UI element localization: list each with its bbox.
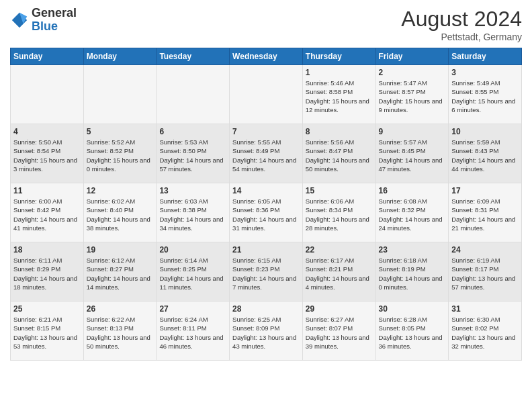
week-row-2: 4Sunrise: 5:50 AM Sunset: 8:54 PM Daylig…	[11, 124, 522, 183]
week-row-4: 18Sunrise: 6:11 AM Sunset: 8:29 PM Dayli…	[11, 242, 522, 302]
day-info: Sunrise: 5:50 AM Sunset: 8:54 PM Dayligh…	[13, 138, 81, 173]
day-info: Sunrise: 6:21 AM Sunset: 8:15 PM Dayligh…	[13, 315, 81, 351]
logo-general: General	[32, 6, 77, 19]
day-number: 2	[379, 68, 446, 77]
day-number: 11	[13, 186, 81, 195]
day-cell: 13Sunrise: 6:03 AM Sunset: 8:38 PM Dayli…	[157, 183, 230, 242]
day-cell: 25Sunrise: 6:21 AM Sunset: 8:15 PM Dayli…	[11, 302, 84, 361]
day-number: 23	[379, 245, 446, 255]
day-number: 5	[87, 127, 154, 136]
day-info: Sunrise: 6:11 AM Sunset: 8:29 PM Dayligh…	[13, 256, 81, 291]
day-number: 25	[13, 304, 81, 314]
day-info: Sunrise: 6:09 AM Sunset: 8:31 PM Dayligh…	[451, 197, 519, 232]
week-row-5: 25Sunrise: 6:21 AM Sunset: 8:15 PM Dayli…	[11, 302, 522, 361]
day-cell	[11, 65, 84, 124]
day-number: 17	[451, 186, 519, 195]
day-number: 13	[159, 186, 226, 195]
day-cell: 9Sunrise: 5:57 AM Sunset: 8:45 PM Daylig…	[375, 124, 449, 183]
day-info: Sunrise: 6:03 AM Sunset: 8:38 PM Dayligh…	[159, 197, 226, 232]
day-number: 15	[306, 186, 373, 195]
day-cell: 11Sunrise: 6:00 AM Sunset: 8:42 PM Dayli…	[11, 183, 84, 242]
day-info: Sunrise: 6:05 AM Sunset: 8:36 PM Dayligh…	[232, 197, 300, 232]
day-cell: 21Sunrise: 6:15 AM Sunset: 8:23 PM Dayli…	[230, 242, 303, 302]
day-cell	[230, 65, 303, 124]
day-number: 28	[232, 304, 300, 314]
header-row: SundayMondayTuesdayWednesdayThursdayFrid…	[11, 48, 522, 65]
day-cell: 5Sunrise: 5:52 AM Sunset: 8:52 PM Daylig…	[83, 124, 157, 183]
day-info: Sunrise: 5:53 AM Sunset: 8:50 PM Dayligh…	[159, 138, 226, 173]
day-number: 19	[87, 245, 154, 255]
day-cell: 27Sunrise: 6:24 AM Sunset: 8:11 PM Dayli…	[157, 302, 230, 361]
day-info: Sunrise: 6:18 AM Sunset: 8:19 PM Dayligh…	[379, 256, 446, 291]
header-cell-tuesday: Tuesday	[157, 48, 230, 65]
day-info: Sunrise: 6:28 AM Sunset: 8:05 PM Dayligh…	[379, 315, 446, 351]
page-header: General Blue August 2024 Pettstadt, Germ…	[10, 7, 522, 42]
day-number: 1	[306, 68, 373, 77]
day-info: Sunrise: 6:25 AM Sunset: 8:09 PM Dayligh…	[232, 315, 300, 351]
day-cell	[157, 65, 230, 124]
day-number: 8	[306, 127, 373, 136]
day-cell: 18Sunrise: 6:11 AM Sunset: 8:29 PM Dayli…	[11, 242, 84, 302]
day-info: Sunrise: 6:22 AM Sunset: 8:13 PM Dayligh…	[87, 315, 154, 351]
day-cell: 15Sunrise: 6:06 AM Sunset: 8:34 PM Dayli…	[302, 183, 375, 242]
day-info: Sunrise: 6:27 AM Sunset: 8:07 PM Dayligh…	[306, 315, 373, 351]
day-cell: 19Sunrise: 6:12 AM Sunset: 8:27 PM Dayli…	[83, 242, 157, 302]
day-cell: 10Sunrise: 5:59 AM Sunset: 8:43 PM Dayli…	[449, 124, 522, 183]
day-number: 4	[13, 127, 81, 136]
day-number: 22	[306, 245, 373, 255]
header-cell-thursday: Thursday	[302, 48, 375, 65]
day-number: 29	[306, 304, 373, 314]
day-number: 20	[159, 245, 226, 255]
day-info: Sunrise: 6:15 AM Sunset: 8:23 PM Dayligh…	[232, 256, 300, 291]
day-info: Sunrise: 5:55 AM Sunset: 8:49 PM Dayligh…	[232, 138, 300, 173]
logo-icon	[10, 11, 29, 30]
day-cell: 17Sunrise: 6:09 AM Sunset: 8:31 PM Dayli…	[449, 183, 522, 242]
logo-text: General Blue	[32, 7, 77, 34]
day-info: Sunrise: 5:56 AM Sunset: 8:47 PM Dayligh…	[306, 138, 373, 173]
title-block: August 2024 Pettstadt, Germany	[401, 7, 522, 42]
day-number: 12	[87, 186, 154, 195]
day-info: Sunrise: 5:46 AM Sunset: 8:58 PM Dayligh…	[306, 79, 373, 114]
day-cell: 24Sunrise: 6:19 AM Sunset: 8:17 PM Dayli…	[449, 242, 522, 302]
day-cell: 29Sunrise: 6:27 AM Sunset: 8:07 PM Dayli…	[302, 302, 375, 361]
calendar-table: SundayMondayTuesdayWednesdayThursdayFrid…	[10, 48, 522, 361]
day-number: 26	[87, 304, 154, 314]
day-info: Sunrise: 5:49 AM Sunset: 8:55 PM Dayligh…	[451, 79, 519, 114]
header-cell-wednesday: Wednesday	[230, 48, 303, 65]
day-info: Sunrise: 6:02 AM Sunset: 8:40 PM Dayligh…	[87, 197, 154, 232]
day-cell: 30Sunrise: 6:28 AM Sunset: 8:05 PM Dayli…	[375, 302, 449, 361]
day-cell: 26Sunrise: 6:22 AM Sunset: 8:13 PM Dayli…	[83, 302, 157, 361]
day-cell: 14Sunrise: 6:05 AM Sunset: 8:36 PM Dayli…	[230, 183, 303, 242]
day-cell: 7Sunrise: 5:55 AM Sunset: 8:49 PM Daylig…	[230, 124, 303, 183]
day-number: 10	[451, 127, 519, 136]
week-row-3: 11Sunrise: 6:00 AM Sunset: 8:42 PM Dayli…	[11, 183, 522, 242]
day-cell: 23Sunrise: 6:18 AM Sunset: 8:19 PM Dayli…	[375, 242, 449, 302]
day-number: 7	[232, 127, 300, 136]
month-year: August 2024	[401, 7, 522, 32]
day-number: 21	[232, 245, 300, 255]
day-info: Sunrise: 6:06 AM Sunset: 8:34 PM Dayligh…	[306, 197, 373, 232]
day-info: Sunrise: 5:59 AM Sunset: 8:43 PM Dayligh…	[451, 138, 519, 173]
day-info: Sunrise: 6:17 AM Sunset: 8:21 PM Dayligh…	[306, 256, 373, 291]
day-info: Sunrise: 6:14 AM Sunset: 8:25 PM Dayligh…	[159, 256, 226, 291]
day-info: Sunrise: 5:47 AM Sunset: 8:57 PM Dayligh…	[379, 79, 446, 114]
week-row-1: 1Sunrise: 5:46 AM Sunset: 8:58 PM Daylig…	[11, 65, 522, 124]
day-cell: 1Sunrise: 5:46 AM Sunset: 8:58 PM Daylig…	[302, 65, 375, 124]
day-info: Sunrise: 6:30 AM Sunset: 8:02 PM Dayligh…	[451, 315, 519, 351]
location: Pettstadt, Germany	[401, 32, 522, 42]
day-cell: 12Sunrise: 6:02 AM Sunset: 8:40 PM Dayli…	[83, 183, 157, 242]
day-number: 6	[159, 127, 226, 136]
day-cell: 4Sunrise: 5:50 AM Sunset: 8:54 PM Daylig…	[11, 124, 84, 183]
calendar-body: 1Sunrise: 5:46 AM Sunset: 8:58 PM Daylig…	[11, 65, 522, 361]
day-info: Sunrise: 5:57 AM Sunset: 8:45 PM Dayligh…	[379, 138, 446, 173]
day-number: 3	[451, 68, 519, 77]
logo-blue: Blue	[32, 19, 58, 33]
logo: General Blue	[10, 7, 77, 34]
day-cell: 22Sunrise: 6:17 AM Sunset: 8:21 PM Dayli…	[302, 242, 375, 302]
day-number: 16	[379, 186, 446, 195]
day-number: 31	[451, 304, 519, 314]
day-info: Sunrise: 6:12 AM Sunset: 8:27 PM Dayligh…	[87, 256, 154, 291]
day-number: 9	[379, 127, 446, 136]
day-cell: 31Sunrise: 6:30 AM Sunset: 8:02 PM Dayli…	[449, 302, 522, 361]
day-cell: 20Sunrise: 6:14 AM Sunset: 8:25 PM Dayli…	[157, 242, 230, 302]
